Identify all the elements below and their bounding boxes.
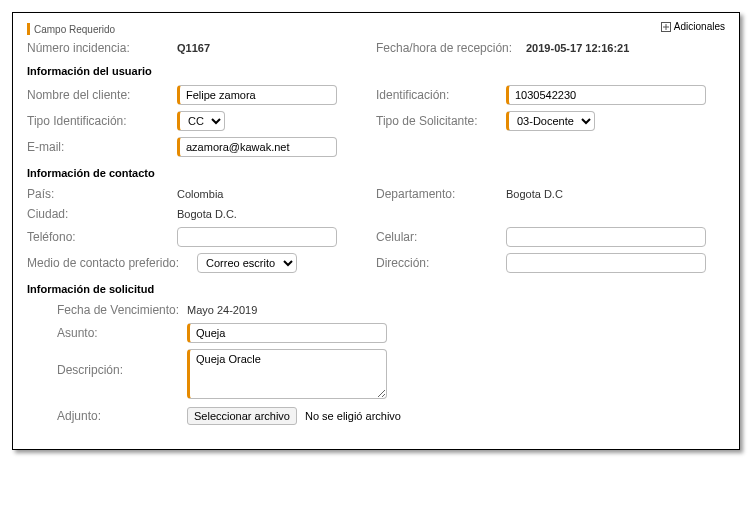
departamento-value: Bogota D.C	[506, 188, 563, 200]
asunto-input[interactable]	[187, 323, 387, 343]
nombre-cliente-input[interactable]	[177, 85, 337, 105]
file-select-button[interactable]: Seleccionar archivo	[187, 407, 297, 425]
adicionales-label: Adicionales	[674, 21, 725, 32]
telefono-input[interactable]	[177, 227, 337, 247]
pais-value: Colombia	[177, 188, 223, 200]
direccion-input[interactable]	[506, 253, 706, 273]
medio-contacto-select[interactable]: Correo escrito	[197, 253, 297, 273]
descripcion-textarea[interactable]	[187, 349, 387, 399]
descripcion-label: Descripción:	[57, 349, 187, 377]
form-panel: Campo Requerido Adicionales Número incid…	[12, 12, 740, 450]
tipo-solicitante-label: Tipo de Solicitante:	[376, 114, 506, 128]
section-solicitud: Información de solicitud	[27, 283, 725, 295]
identificacion-input[interactable]	[506, 85, 706, 105]
plus-box-icon	[661, 22, 671, 32]
departamento-label: Departamento:	[376, 187, 506, 201]
required-legend: Campo Requerido	[27, 23, 725, 35]
medio-contacto-label: Medio de contacto preferido:	[27, 256, 197, 270]
section-contacto: Información de contacto	[27, 167, 725, 179]
celular-input[interactable]	[506, 227, 706, 247]
ciudad-value: Bogota D.C.	[177, 208, 237, 220]
pais-label: País:	[27, 187, 177, 201]
email-label: E-mail:	[27, 140, 177, 154]
file-status-text: No se eligió archivo	[305, 410, 401, 422]
tipo-solicitante-select[interactable]: 03-Docente	[506, 111, 595, 131]
num-incidencia-label: Número incidencia:	[27, 41, 177, 55]
identificacion-label: Identificación:	[376, 88, 506, 102]
direccion-label: Dirección:	[376, 256, 506, 270]
section-usuario: Información del usuario	[27, 65, 725, 77]
email-input[interactable]	[177, 137, 337, 157]
fecha-recepcion-value: 2019-05-17 12:16:21	[526, 42, 629, 54]
fecha-vencimiento-label: Fecha de Vencimiento:	[57, 303, 187, 317]
num-incidencia-value: Q1167	[177, 42, 210, 54]
telefono-label: Teléfono:	[27, 230, 177, 244]
adicionales-link[interactable]: Adicionales	[661, 21, 725, 32]
adjunto-label: Adjunto:	[57, 409, 187, 423]
nombre-cliente-label: Nombre del cliente:	[27, 88, 177, 102]
ciudad-label: Ciudad:	[27, 207, 177, 221]
asunto-label: Asunto:	[57, 326, 187, 340]
fecha-vencimiento-value: Mayo 24-2019	[187, 304, 257, 316]
required-marker-icon	[27, 23, 30, 35]
celular-label: Celular:	[376, 230, 506, 244]
tipo-id-select[interactable]: CC	[177, 111, 225, 131]
tipo-id-label: Tipo Identificación:	[27, 114, 177, 128]
fecha-recepcion-label: Fecha/hora de recepción:	[376, 41, 526, 55]
required-legend-text: Campo Requerido	[34, 24, 115, 35]
